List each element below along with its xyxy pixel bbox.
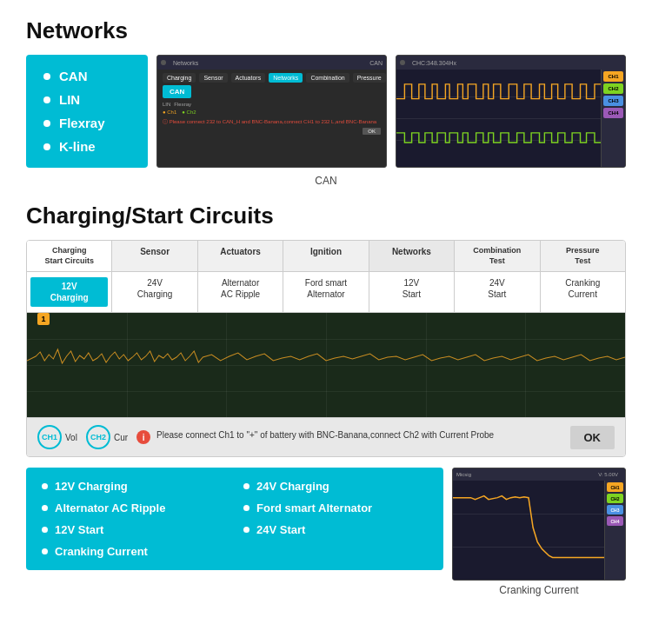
connect-instruction-text: Please connect Ch1 to "+" of battery wit… <box>156 430 494 440</box>
connect-instruction: i Please connect Ch1 to "+" of battery w… <box>136 430 561 444</box>
network-can: CAN <box>43 69 130 83</box>
feat-12v-charging: 12V Charging <box>42 480 226 493</box>
feat-bullet-6 <box>243 505 249 511</box>
feat-bullet-1 <box>42 483 48 489</box>
feat-alternator-ac: Alternator AC Ripple <box>42 501 226 515</box>
network-kline: K-line <box>43 139 130 154</box>
sub-alternator[interactable]: AlternatorAC Ripple <box>198 272 283 312</box>
ch2-badge: CH2 <box>603 83 623 94</box>
cranking-caption: Cranking Current <box>452 584 626 596</box>
feat-bullet-7 <box>243 527 249 533</box>
sub-12v-charging[interactable]: 12VCharging <box>27 272 112 312</box>
tab-sensor[interactable]: Sensor <box>112 241 197 271</box>
sub-24v-charging[interactable]: 24VCharging <box>112 272 197 312</box>
charging-ui: ChargingStart Circuits Sensor Actuators … <box>26 240 626 457</box>
ch1-group: CH1 Vol <box>37 425 77 449</box>
cranking-ch2: CH2 <box>607 494 623 503</box>
ch2-circle: CH2 <box>86 425 110 449</box>
ch1-badge: CH1 <box>603 71 623 82</box>
can-waveform-screen: CHC:348.304Hx CH1 CH2 CH3 CH4 <box>396 55 626 168</box>
can-screen-sidebar: CH1 CH2 CH3 CH4 <box>601 70 625 167</box>
info-icon: i <box>136 430 150 444</box>
bullet-lin <box>43 96 50 103</box>
screen-content-2: CH1 CH2 CH3 CH4 <box>396 70 625 167</box>
feat-12v-start: 12V Start <box>42 523 226 536</box>
ch2-group: CH2 Cur <box>86 425 128 449</box>
ch3-badge: CH3 <box>603 96 623 106</box>
charging-sub-row: 12VCharging 24VCharging AlternatorAC Rip… <box>27 272 625 313</box>
cranking-sidebar: CH1 CH2 CH3 CH4 <box>604 481 625 580</box>
connect-text-block: i Please connect Ch1 to "+" of battery w… <box>136 430 561 444</box>
sub-24v-start[interactable]: 24VStart <box>455 272 540 312</box>
feat-24v-charging: 24V Charging <box>243 480 428 493</box>
feat-ford-smart: Ford smart Alternator <box>243 501 428 515</box>
network-lin: LIN <box>43 92 130 107</box>
feature-columns: 12V Charging Alternator AC Ripple 12V St… <box>42 480 428 558</box>
connect-dialog: CH1 Vol CH2 Cur i Please connect Ch1 to … <box>27 417 625 456</box>
screen-header-2: CHC:348.304Hx <box>396 56 625 70</box>
feat-bullet-4 <box>42 548 48 554</box>
bullet-kline <box>43 143 50 150</box>
feat-bullet-2 <box>42 505 48 511</box>
feat-bullet-5 <box>243 483 249 489</box>
screen-dot-1 <box>161 60 166 65</box>
cranking-ch3: CH3 <box>607 505 623 515</box>
bullet-can <box>43 73 50 80</box>
sub-ford-smart[interactable]: Ford smartAlternator <box>283 272 369 312</box>
cranking-screen-content: CH1 CH2 CH3 CH4 <box>453 481 625 580</box>
cranking-screen-header: Micsig V: 5.00V <box>453 468 625 481</box>
ch1-label: Vol <box>65 433 77 442</box>
tab-pressure[interactable]: PressureTest <box>541 241 625 271</box>
charging-title: Charging/Start Circuits <box>26 202 626 229</box>
charging-section: Charging/Start Circuits ChargingStart Ci… <box>26 202 626 596</box>
can-caption: CAN <box>26 175 626 187</box>
tab-combination[interactable]: CombinationTest <box>455 241 540 271</box>
features-list: 12V Charging Alternator AC Ripple 12V St… <box>26 468 443 570</box>
ch2-label: Cur <box>114 433 128 442</box>
cranking-oscilloscope: Micsig V: 5.00V CH1 <box>452 468 626 581</box>
screen-header-1: Networks CAN <box>157 56 386 70</box>
can-setup-screen: Networks CAN Charging Sensor Actuators N… <box>156 55 387 168</box>
tab-networks[interactable]: Networks <box>369 241 455 271</box>
cranking-waveform-svg <box>453 481 604 580</box>
bullet-flexray <box>43 120 50 127</box>
cranking-waveform-area <box>453 481 604 580</box>
feature-col-left: 12V Charging Alternator AC Ripple 12V St… <box>42 480 226 558</box>
sub-12v-start[interactable]: 12VStart <box>369 272 455 312</box>
cranking-screen-container: Micsig V: 5.00V CH1 <box>452 468 626 596</box>
ch4-badge: CH4 <box>603 108 623 118</box>
sub-cranking[interactable]: CrankingCurrent <box>541 272 625 312</box>
can-waveform-area <box>396 70 601 167</box>
charging-tab-header: ChargingStart Circuits Sensor Actuators … <box>27 241 625 272</box>
tab-charging-start[interactable]: ChargingStart Circuits <box>27 241 112 271</box>
tab-actuators[interactable]: Actuators <box>198 241 283 271</box>
charging-waveform-svg <box>27 313 625 417</box>
networks-list-box: CAN LIN Flexray K-line <box>26 55 148 168</box>
tab-ignition[interactable]: Ignition <box>283 241 369 271</box>
networks-row: CAN LIN Flexray K-line Networks CAN Char… <box>26 55 626 168</box>
feature-col-right: 24V Charging Ford smart Alternator 24V S… <box>243 480 428 558</box>
osc-area: 1 <box>27 313 625 417</box>
cranking-ch1: CH1 <box>607 482 623 492</box>
cranking-ch4: CH4 <box>607 516 623 526</box>
features-row: 12V Charging Alternator AC Ripple 12V St… <box>26 468 626 596</box>
network-flexray: Flexray <box>43 116 130 130</box>
ok-button[interactable]: OK <box>570 426 615 449</box>
can-waveform-svg <box>396 70 601 167</box>
feat-bullet-3 <box>42 527 48 533</box>
ch1-circle: CH1 <box>37 425 62 449</box>
networks-title: Networks <box>26 17 626 44</box>
feat-cranking-current: Cranking Current <box>42 545 226 558</box>
feat-24v-start: 24V Start <box>243 523 428 536</box>
